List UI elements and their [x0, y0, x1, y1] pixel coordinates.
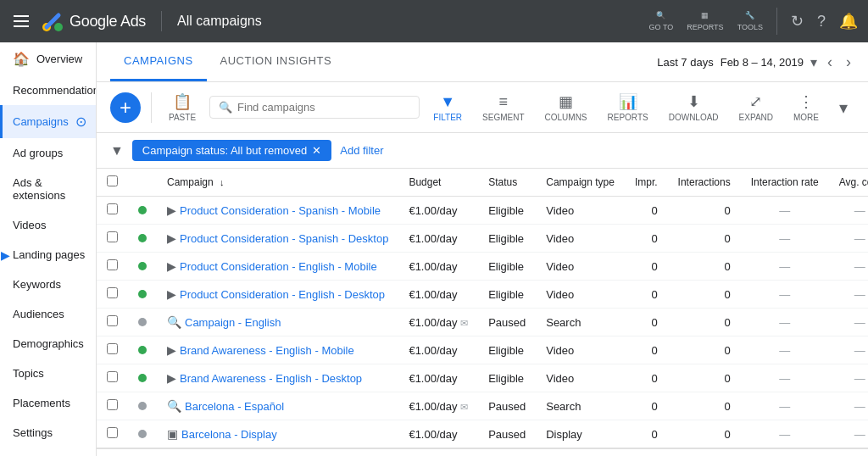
- filter-button[interactable]: ▼ FILTER: [426, 90, 469, 125]
- row-campaign-cell: 🔍Barcelona - Español: [157, 392, 398, 420]
- collapse-button[interactable]: ▾: [832, 94, 854, 121]
- campaign-type-icon: ▶: [167, 259, 176, 273]
- row-status-cell: Eligible: [478, 225, 536, 253]
- download-icon: ⬇: [687, 92, 700, 111]
- row-status-dot-cell: [128, 225, 157, 253]
- campaign-link[interactable]: Campaign - English: [185, 316, 281, 329]
- sidebar-item-settings[interactable]: Settings: [0, 418, 96, 448]
- interactions-col-header[interactable]: Interactions: [668, 169, 741, 197]
- row-status-dot-cell: [128, 420, 157, 449]
- filter-tag[interactable]: Campaign status: All but removed ✕: [132, 140, 331, 161]
- row-checkbox[interactable]: [107, 399, 118, 410]
- sidebar-item-demographics[interactable]: Demographics: [0, 329, 96, 359]
- row-budget-cell: €1.00/day ✉: [398, 392, 478, 420]
- sidebar-item-recommendations[interactable]: Recommendations: [0, 75, 96, 105]
- download-button[interactable]: ⬇ DOWNLOAD: [662, 89, 726, 125]
- total-cb-cell: [97, 448, 128, 456]
- row-interactions-cell: 0: [668, 281, 741, 309]
- notifications-icon[interactable]: 🔔: [839, 12, 858, 31]
- more-button[interactable]: ⋮ MORE: [787, 89, 826, 125]
- sidebar-item-overview[interactable]: 🏠 Overview: [0, 42, 96, 75]
- help-icon[interactable]: ?: [817, 13, 826, 31]
- row-checkbox[interactable]: [107, 427, 118, 438]
- row-budget-cell: €1.00/day: [398, 364, 478, 392]
- avgcost-col-header[interactable]: Avg. cost: [829, 169, 868, 197]
- campaigns-table-wrapper: Campaign ↓ Budget Status Campaign type I…: [97, 169, 868, 456]
- tools-nav[interactable]: 🔧 TOOLS: [737, 11, 763, 31]
- campaign-link[interactable]: Product Consideration - Spanish - Mobile: [180, 204, 381, 217]
- campaign-link[interactable]: Product Consideration - Spanish - Deskto…: [180, 232, 388, 245]
- impr-col-header[interactable]: Impr.: [625, 169, 668, 197]
- more-label: MORE: [793, 113, 819, 122]
- row-checkbox[interactable]: [107, 371, 118, 382]
- row-checkbox[interactable]: [107, 259, 118, 270]
- row-status-cell: Paused: [478, 392, 536, 420]
- sidebar-item-topics[interactable]: Topics: [0, 359, 96, 388]
- table-row: ▶Product Consideration - English - Mobil…: [97, 253, 868, 281]
- row-status-cell: Paused: [478, 420, 536, 449]
- tab-auction-insights[interactable]: AUCTION INSIGHTS: [207, 42, 346, 81]
- row-interactions-cell: 0: [668, 197, 741, 225]
- sidebar-item-audiences[interactable]: Audiences: [0, 299, 96, 329]
- campaign-link[interactable]: Barcelona - Español: [185, 400, 284, 413]
- select-all-checkbox[interactable]: [107, 175, 118, 186]
- row-intrate-cell: —: [741, 420, 829, 449]
- row-checkbox[interactable]: [107, 287, 118, 298]
- columns-icon: ▦: [559, 92, 573, 111]
- campaign-link[interactable]: Brand Awareness - English - Mobile: [180, 344, 354, 357]
- total-type-cell: [536, 448, 625, 456]
- add-filter-button[interactable]: Add filter: [340, 144, 383, 157]
- tab-campaigns[interactable]: CAMPAIGNS: [110, 42, 207, 81]
- refresh-icon[interactable]: ↻: [791, 12, 804, 31]
- filter-tag-close-icon[interactable]: ✕: [312, 144, 321, 157]
- sidebar-item-keywords[interactable]: Keywords: [0, 270, 96, 299]
- row-campaign-cell: ▣Barcelona - Display: [157, 420, 398, 449]
- sidebar-item-campaigns[interactable]: Campaigns ⊙: [0, 105, 96, 138]
- row-checkbox-cell: [97, 253, 128, 281]
- row-checkbox[interactable]: [107, 343, 118, 354]
- row-checkbox[interactable]: [107, 203, 118, 214]
- expand-button[interactable]: ⤢ EXPAND: [732, 89, 780, 125]
- hamburger-menu[interactable]: [10, 12, 32, 31]
- date-prev-icon[interactable]: ‹: [824, 50, 836, 75]
- row-intrate-cell: —: [741, 364, 829, 392]
- status-col-header[interactable]: Status: [478, 169, 536, 197]
- sidebar-item-placements[interactable]: Placements: [0, 388, 96, 418]
- row-status-dot-cell: [128, 281, 157, 309]
- row-budget-cell: €1.00/day: [398, 281, 478, 309]
- paste-label: PASTE: [169, 113, 196, 122]
- sidebar-item-adgroups[interactable]: Ad groups: [0, 138, 96, 168]
- row-type-cell: Video: [536, 336, 625, 364]
- sidebar-item-ads[interactable]: Ads & extensions: [0, 168, 96, 210]
- add-campaign-button[interactable]: +: [110, 92, 141, 123]
- row-campaign-cell: ▶Brand Awareness - English - Mobile: [157, 336, 398, 364]
- row-checkbox[interactable]: [107, 231, 118, 242]
- sidebar-item-videos[interactable]: Videos: [0, 210, 96, 240]
- row-avgcost-cell: —: [829, 253, 868, 281]
- columns-button[interactable]: ▦ COLUMNS: [538, 89, 594, 125]
- campaign-link[interactable]: Product Consideration - English - Deskto…: [180, 288, 385, 301]
- campaign-link[interactable]: Brand Awareness - English - Desktop: [180, 372, 362, 385]
- sidebar-item-landing[interactable]: ▶ Landing pages: [0, 240, 96, 270]
- segment-button[interactable]: ≡ SEGMENT: [476, 90, 531, 125]
- paste-button[interactable]: 📋 PASTE: [162, 89, 203, 125]
- reports-nav[interactable]: ▦ REPORTS: [687, 11, 723, 31]
- campaign-col-header[interactable]: Campaign ↓: [157, 169, 398, 197]
- row-checkbox[interactable]: [107, 315, 118, 326]
- row-budget-cell: €1.00/day: [398, 336, 478, 364]
- campaign-link[interactable]: Barcelona - Display: [181, 428, 277, 441]
- sort-icon: ↓: [220, 177, 225, 187]
- search-input[interactable]: [237, 101, 410, 114]
- goto-nav[interactable]: 🔍 GO TO: [649, 11, 674, 31]
- date-range-prefix: Last 7 days: [657, 56, 714, 69]
- intrate-col-header[interactable]: Interaction rate: [741, 169, 829, 197]
- reports-button[interactable]: 📊 REPORTS: [601, 89, 655, 125]
- row-checkbox-cell: [97, 420, 128, 449]
- campaign-link[interactable]: Product Consideration - English - Mobile: [180, 260, 377, 273]
- date-next-icon[interactable]: ›: [843, 50, 854, 75]
- row-interactions-cell: 0: [668, 253, 741, 281]
- date-picker-icon[interactable]: ▾: [810, 54, 817, 70]
- type-col-header[interactable]: Campaign type: [536, 169, 625, 197]
- budget-col-header[interactable]: Budget: [398, 169, 478, 197]
- page-title: All campaigns: [177, 14, 262, 29]
